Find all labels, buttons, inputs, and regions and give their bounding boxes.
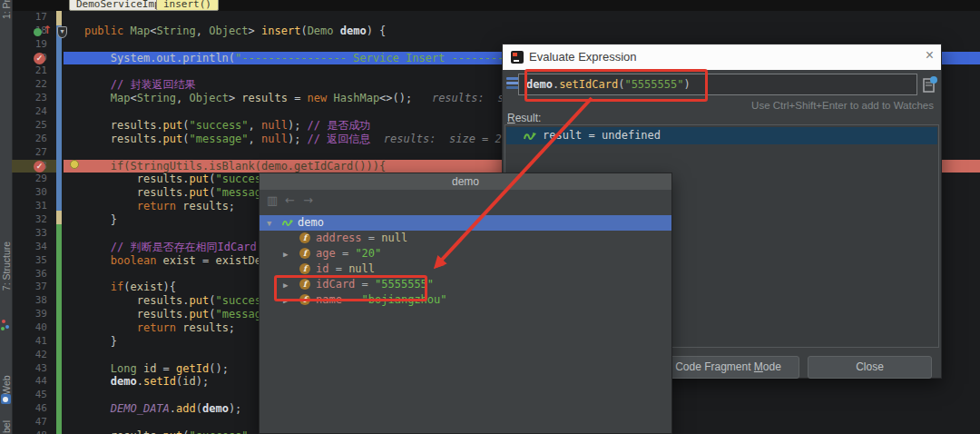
root-label: demo	[298, 215, 324, 231]
field-icon: f	[299, 232, 310, 243]
result-row[interactable]: result = undefined	[506, 127, 937, 144]
hotswap-arrow-icon: ↑	[43, 24, 52, 36]
code-line-32[interactable]: }	[58, 213, 117, 227]
popup-toolbar: ▥ ← →	[260, 190, 671, 213]
vcs-change-marker	[56, 11, 62, 25]
tree-row-address[interactable]: faddress = null	[260, 231, 671, 246]
line-number: 31	[13, 200, 47, 213]
web-globe-dot	[3, 397, 8, 402]
code-line-39[interactable]: results.put("message	[58, 308, 268, 321]
field-icon: f	[299, 248, 310, 259]
line-number: 39	[13, 308, 47, 321]
code-line-26[interactable]: results.put("message", null); // 返回信息 re…	[58, 133, 502, 146]
app-logo-icon	[511, 51, 524, 64]
line-number: 29	[13, 173, 47, 186]
line-number: 23	[13, 92, 47, 105]
line-number: 34	[13, 241, 47, 254]
structure-plugin-icon	[1, 327, 5, 330]
sidebar-item-structure[interactable]: 7: Structure	[1, 242, 12, 291]
line-number: 48	[13, 429, 47, 434]
code-line-29[interactable]: results.put("success	[58, 173, 268, 186]
code-line-41[interactable]: }	[58, 335, 117, 349]
code-line-37[interactable]: if(exist){	[58, 281, 176, 294]
line-number: 45	[13, 389, 47, 402]
line-number: 19	[13, 38, 47, 52]
execution-pin-icon[interactable]: ▾	[57, 26, 67, 38]
code-line-35[interactable]: boolean exist = existDem	[58, 254, 268, 268]
line-number: 24	[13, 105, 47, 119]
field-text: address = null	[316, 231, 407, 246]
code-line-38[interactable]: results.put("success	[58, 294, 268, 308]
code-fragment-mode-button[interactable]: Code Fragment Mode	[657, 356, 799, 379]
result-label: Result:	[507, 112, 541, 124]
tree-row-root[interactable]: ▼demo	[260, 215, 671, 231]
sidebar-item-bottom[interactable]: bel	[1, 420, 12, 433]
code-line-28[interactable]: if(StringUtils.isBlank(demo.getIdCard())…	[58, 160, 386, 173]
line-number: 36	[13, 268, 47, 281]
intention-lightbulb-icon[interactable]	[70, 160, 79, 169]
line-number: 35	[13, 254, 47, 268]
chevron-right-icon[interactable]: ▶	[283, 247, 288, 262]
dialog-title: Evaluate Expression	[529, 50, 637, 64]
code-line-46[interactable]: DEMO_DATA.add(demo);	[58, 402, 241, 416]
breakpoint-icon-line28[interactable]: ✓	[34, 161, 45, 173]
back-arrow-icon[interactable]: ←	[285, 193, 295, 207]
watch-result-icon	[281, 217, 294, 229]
field-icon: f	[299, 263, 310, 274]
line-number: 41	[13, 335, 47, 349]
ide-debug-screen: DemoServiceImpl insert() 1: Pr 7: Struct…	[0, 0, 980, 434]
dialog-titlebar[interactable]: Evaluate Expression ×	[503, 44, 941, 70]
line-number: 43	[13, 362, 47, 376]
method-run-dot-icon[interactable]	[34, 28, 42, 36]
popup-title[interactable]: demo	[260, 173, 671, 190]
tree-row-age[interactable]: ▶fage = "20"	[260, 246, 671, 261]
structure-plugin-icon	[5, 325, 9, 329]
breakpoint-icon-line20[interactable]: ✓	[34, 53, 45, 64]
line-number: 25	[13, 119, 47, 133]
line-number: 42	[13, 349, 47, 362]
code-line-48[interactable]: results.put("success", t	[58, 429, 268, 434]
tool-window-stripe: 1: Pr 7: Structure Web bel	[0, 0, 13, 434]
code-line-23[interactable]: Map<String, Object> results = new HashMa…	[58, 92, 537, 105]
sidebar-item-project[interactable]: 1: Pr	[1, 0, 12, 19]
code-line-25[interactable]: results.put("success", null); // 是否成功	[58, 119, 370, 133]
line-number: 44	[13, 375, 47, 389]
line-number: 46	[13, 402, 47, 416]
close-icon[interactable]: ×	[926, 47, 934, 64]
watches-hint-text: Use Ctrl+Shift+Enter to add to Watches	[751, 100, 934, 111]
code-line-44[interactable]: demo.setId(id);	[58, 375, 209, 389]
close-button[interactable]: Close	[808, 356, 932, 379]
line-number: 27	[13, 146, 47, 160]
history-icon[interactable]	[922, 75, 938, 94]
line-number: 26	[13, 133, 47, 146]
line-number: 40	[13, 321, 47, 335]
code-line-18[interactable]: public Map<String, Object> insert(Demo d…	[58, 25, 386, 38]
line-number: 33	[13, 227, 47, 241]
line-number: 21	[13, 64, 47, 78]
forward-arrow-icon[interactable]: →	[303, 193, 313, 207]
code-line-43[interactable]: Long id = getId();	[58, 362, 229, 376]
line-number: 38	[13, 294, 47, 308]
line-number: 37	[13, 281, 47, 294]
annotation-box-idcard	[274, 275, 427, 301]
view-as-icon[interactable]: ▥	[267, 193, 278, 207]
line-number: 22	[13, 78, 47, 92]
annotation-box-expression	[524, 69, 708, 102]
code-line-20[interactable]: System.out.println("---------------- Ser…	[58, 52, 536, 65]
code-line-30[interactable]: results.put("message	[58, 186, 268, 200]
variable-inspect-popup: demo ▥ ← → ▼demofaddress = null▶fage = "…	[259, 173, 672, 434]
line-number: 47	[13, 416, 47, 429]
structure-plugin-icon[interactable]	[2, 320, 5, 323]
line-number: 32	[13, 213, 47, 227]
sidebar-item-web[interactable]: Web	[1, 375, 12, 394]
code-line-40[interactable]: return results;	[58, 321, 235, 335]
code-line-31[interactable]: return results;	[58, 200, 235, 213]
web-icon[interactable]	[1, 394, 11, 404]
breadcrumb-method[interactable]: insert()	[156, 0, 219, 11]
chevron-down-icon[interactable]: ▼	[267, 216, 271, 232]
code-line-34[interactable]: // 判断是否存在相同IdCard	[58, 241, 257, 254]
code-line-22[interactable]: // 封装返回结果	[58, 78, 195, 92]
line-number: 17	[13, 11, 47, 25]
field-text: age = "20"	[316, 246, 381, 261]
line-number: 30	[13, 186, 47, 200]
